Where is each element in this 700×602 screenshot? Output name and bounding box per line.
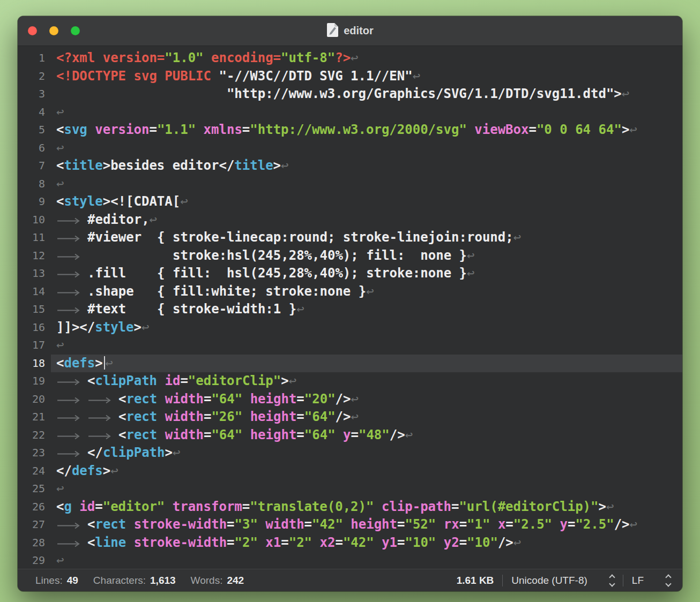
- code-line[interactable]: 24</defs>↩: [18, 462, 682, 480]
- code-line-content[interactable]: <rect width="64" height="64" y="48"/>↩: [51, 426, 682, 445]
- code-token: "http://www.w3.org/2000/svg": [250, 122, 467, 137]
- code-line[interactable]: 13.fill { fill: hsl(245,28%,40%); stroke…: [18, 265, 682, 283]
- code-line-content[interactable]: #text { stroke-width:1 }↩: [51, 300, 682, 319]
- code-token: "20": [304, 392, 336, 407]
- newline-invisible: ↩: [513, 535, 521, 550]
- code-token: width: [265, 517, 304, 532]
- line-number: 6: [18, 139, 51, 157]
- code-token: [436, 517, 443, 532]
- code-token: <?xml version=: [56, 50, 165, 65]
- code-token: "64": [211, 427, 242, 442]
- code-line-content[interactable]: <svg version="1.1" xmlns="http://www.w3.…: [51, 121, 682, 139]
- code-line[interactable]: 16]]></style>↩: [18, 319, 682, 337]
- code-line-content[interactable]: <clipPath id="editorClip">↩: [51, 372, 682, 390]
- close-button[interactable]: [28, 26, 37, 35]
- code-line-content[interactable]: ↩: [51, 103, 682, 122]
- code-line-content[interactable]: ↩: [51, 336, 682, 355]
- code-line[interactable]: 5<svg version="1.1" xmlns="http://www.w3…: [18, 121, 682, 139]
- code-line-content[interactable]: ↩: [51, 552, 682, 569]
- code-line[interactable]: 25↩: [18, 480, 682, 498]
- newline-invisible: ↩: [366, 284, 374, 299]
- code-line-content[interactable]: ]]></style>↩: [51, 319, 682, 337]
- words-label: Words:: [191, 575, 223, 586]
- code-line-content[interactable]: <defs>↩: [51, 355, 682, 373]
- code-line[interactable]: 11#viewer { stroke-linecap:round; stroke…: [18, 229, 682, 247]
- code-line-content[interactable]: stroke:hsl(245,28%,40%); fill: none }↩: [51, 247, 682, 265]
- code-line[interactable]: 19<clipPath id="editorClip">↩: [18, 372, 682, 390]
- code-line-content[interactable]: #viewer { stroke-linecap:round; stroke-l…: [51, 229, 682, 247]
- code-line[interactable]: 20<rect width="64" height="20"/>↩: [18, 390, 682, 409]
- code-line[interactable]: 23</clipPath>↩: [18, 444, 682, 462]
- code-token: #text { stroke-width:1 }: [87, 302, 296, 317]
- encoding-stepper[interactable]: [610, 575, 614, 586]
- line-number: 25: [18, 480, 51, 498]
- newline-invisible: ↩: [513, 230, 521, 245]
- line-number: 29: [18, 552, 51, 569]
- code-token: >: [622, 122, 629, 137]
- code-token: [490, 517, 497, 532]
- title-bar[interactable]: editor: [18, 16, 682, 46]
- code-line-content[interactable]: .shape { fill:white; stroke:none }↩: [51, 283, 682, 301]
- line-number: 26: [18, 498, 51, 516]
- status-divider: [502, 575, 503, 586]
- code-line[interactable]: 6↩: [18, 139, 682, 157]
- code-token: svg: [64, 122, 87, 137]
- line-number: 8: [18, 175, 51, 193]
- code-line[interactable]: 17↩: [18, 336, 682, 355]
- code-line[interactable]: 22<rect width="64" height="64" y="48"/>↩: [18, 426, 682, 445]
- zoom-button[interactable]: [71, 26, 80, 35]
- minimize-button[interactable]: [49, 26, 58, 35]
- code-line-content[interactable]: #editor,↩: [51, 211, 682, 229]
- code-line-content[interactable]: "http://www.w3.org/Graphics/SVG/1.1/DTD/…: [51, 85, 682, 103]
- code-line[interactable]: 12 stroke:hsl(245,28%,40%); fill: none }…: [18, 247, 682, 265]
- code-line[interactable]: 29↩: [18, 552, 682, 569]
- code-line-content[interactable]: ↩: [51, 480, 682, 498]
- code-token: <!DOCTYPE svg PUBLIC: [56, 69, 219, 84]
- code-line[interactable]: 18<defs>↩: [18, 355, 682, 373]
- code-line-content[interactable]: ↩: [51, 175, 682, 193]
- line-ending-stepper[interactable]: [666, 575, 671, 586]
- code-line[interactable]: 26<g id="editor" transform="translate(0,…: [18, 498, 682, 516]
- code-line[interactable]: 15#text { stroke-width:1 }↩: [18, 300, 682, 319]
- code-token: />: [336, 392, 351, 407]
- code-line[interactable]: 14.shape { fill:white; stroke:none }↩: [18, 283, 682, 301]
- code-line-content[interactable]: <title>besides editor</title>↩: [51, 157, 682, 175]
- code-token: =: [296, 392, 304, 407]
- code-line[interactable]: 10#editor,↩: [18, 211, 682, 229]
- tab-invisible: [56, 426, 87, 445]
- code-line-content[interactable]: <?xml version="1.0" encoding="utf-8"?>↩: [51, 49, 682, 67]
- code-line-content[interactable]: <rect width="64" height="20"/>↩: [51, 390, 682, 409]
- code-line-content[interactable]: <!DOCTYPE svg PUBLIC "-//W3C//DTD SVG 1.…: [51, 67, 682, 86]
- code-line-content[interactable]: .fill { fill: hsl(245,28%,40%); stroke:n…: [51, 265, 682, 283]
- code-line[interactable]: 2<!DOCTYPE svg PUBLIC "-//W3C//DTD SVG 1…: [18, 67, 682, 86]
- code-line[interactable]: 8↩: [18, 175, 682, 193]
- code-line-content[interactable]: <rect stroke-width="3" width="42" height…: [51, 516, 682, 534]
- code-line-content[interactable]: <style><![CDATA[↩: [51, 193, 682, 211]
- newline-invisible: ↩: [296, 302, 304, 317]
- code-line-content[interactable]: </clipPath>↩: [51, 444, 682, 462]
- encoding-label: Unicode (UTF-8): [511, 575, 587, 586]
- newline-invisible: ↩: [281, 158, 288, 173]
- code-line[interactable]: 21<rect width="26" height="64"/>↩: [18, 408, 682, 426]
- code-line-content[interactable]: </defs>↩: [51, 462, 682, 480]
- newline-invisible: ↩: [142, 320, 149, 335]
- tab-invisible: [56, 283, 87, 301]
- newline-invisible: ↩: [467, 266, 474, 281]
- code-line-content[interactable]: <g id="editor" transform="translate(0,2)…: [51, 498, 682, 516]
- line-ending-select[interactable]: LF: [632, 575, 671, 586]
- code-line[interactable]: 28<line stroke-width="2" x1="2" x2="42" …: [18, 534, 682, 552]
- code-line[interactable]: 1<?xml version="1.0" encoding="utf-8"?>↩: [18, 49, 682, 67]
- code-line[interactable]: 3 "http://www.w3.org/Graphics/SVG/1.1/DT…: [18, 85, 682, 103]
- code-line-content[interactable]: <rect width="26" height="64"/>↩: [51, 408, 682, 426]
- newline-invisible: ↩: [630, 517, 637, 532]
- code-token: width: [165, 427, 204, 442]
- newline-invisible: ↩: [173, 445, 180, 460]
- code-line[interactable]: 7<title>besides editor</title>↩: [18, 157, 682, 175]
- code-line-content[interactable]: <line stroke-width="2" x1="2" x2="42" y1…: [51, 534, 682, 552]
- encoding-select[interactable]: Unicode (UTF-8): [511, 575, 614, 586]
- code-line[interactable]: 27<rect stroke-width="3" width="42" heig…: [18, 516, 682, 534]
- code-editor[interactable]: 1<?xml version="1.0" encoding="utf-8"?>↩…: [18, 46, 682, 569]
- code-line[interactable]: 9<style><![CDATA[↩: [18, 193, 682, 211]
- code-line-content[interactable]: ↩: [51, 139, 682, 157]
- code-line[interactable]: 4↩: [18, 103, 682, 122]
